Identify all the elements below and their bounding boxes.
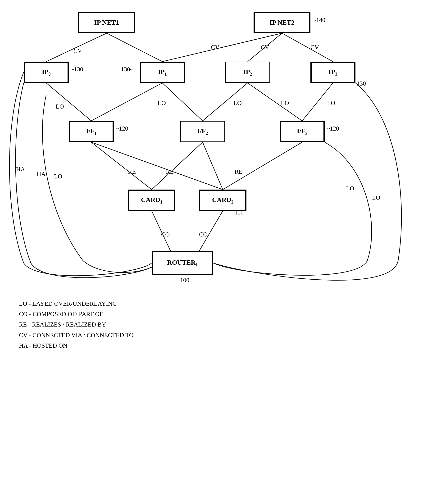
lo-label-ip0: LO	[56, 103, 64, 110]
co-label-2: CO	[199, 231, 208, 238]
svg-line-1	[107, 33, 162, 62]
svg-line-7	[162, 83, 203, 121]
cv-label-1: CV	[73, 47, 82, 54]
svg-line-4	[282, 33, 333, 62]
lo-label-ip1: LO	[157, 100, 166, 107]
if1-label: I/F1	[86, 127, 97, 136]
legend-ha: HA - HOSTED ON	[19, 341, 133, 351]
lo-label-ip3b: LO	[327, 100, 335, 107]
lo-label-ip2: LO	[233, 100, 242, 107]
ip0-ref: ~130	[71, 66, 83, 73]
re-label-2: RE	[166, 168, 174, 175]
card1-node: CARD1	[128, 190, 175, 211]
if3-label: I/F3	[297, 127, 308, 136]
ip0-node: IP0	[24, 62, 69, 83]
if3-node: I/F3	[280, 121, 325, 142]
co-label-1: CO	[161, 231, 170, 238]
cv-label-4: CV	[310, 44, 319, 51]
legend-cv: CV - CONNECTED VIA / CONNECTED TO	[19, 330, 133, 341]
ipnet1-label: IP NET1	[94, 19, 119, 26]
card2-node: CARD2	[199, 190, 247, 211]
ip3-ref: 130	[357, 80, 366, 87]
lo-arc-right1: LO	[346, 185, 354, 192]
legend-re: RE - REALIZES / REALIZED BY	[19, 319, 133, 330]
ip1-node: IP1	[140, 62, 185, 83]
card2-label: CARD2	[212, 196, 233, 205]
re-label-3: RE	[235, 168, 242, 175]
ip1-label: IP1	[158, 68, 167, 77]
ipnet2-ref: ~140	[313, 17, 325, 24]
ip0-label: IP0	[42, 68, 51, 77]
router1-label: ROUTER1	[167, 259, 198, 268]
ip3-label: IP3	[329, 68, 338, 77]
ipnet1-node: IP NET1	[78, 12, 135, 33]
router1-node: ROUTER1	[152, 251, 213, 275]
svg-line-15	[223, 142, 302, 190]
re-label-1: RE	[128, 168, 136, 175]
card1-label: CARD1	[141, 196, 162, 205]
svg-line-9	[248, 83, 302, 121]
cv-label-3: CV	[261, 44, 269, 51]
ha-label-1: HA	[16, 166, 25, 173]
if3-ref: ~120	[326, 125, 339, 132]
ha-label-2: HA	[37, 171, 46, 178]
if1-ref: ~120	[116, 125, 128, 132]
ip3-node: IP3	[310, 62, 356, 83]
ip2-label: IP2	[243, 68, 252, 77]
diagram: IP NET1 IP NET2 ~140 IP0 ~130 IP1 130~ I…	[0, 0, 423, 504]
lo-arc-right2: LO	[372, 194, 380, 201]
svg-line-12	[91, 142, 223, 190]
if2-node: I/F2	[180, 121, 225, 142]
ip2-node: IP2	[225, 62, 270, 83]
lo-arc-left: LO	[54, 173, 62, 180]
legend-co: CO - COMPOSED OF/ PART OF	[19, 309, 133, 319]
cv-label-2: CV	[211, 44, 219, 51]
lo-label-ip3a: LO	[281, 100, 289, 107]
ipnet2-label: IP NET2	[269, 19, 294, 26]
if1-node: I/F1	[69, 121, 114, 142]
legend-lo: LO - LAYED OVER/UNDERLAYING	[19, 299, 133, 309]
svg-line-14	[203, 142, 223, 190]
if2-label: I/F2	[197, 127, 208, 136]
svg-line-11	[91, 142, 152, 190]
router1-ref: 100	[180, 277, 189, 284]
ipnet2-node: IP NET2	[254, 12, 310, 33]
svg-line-5	[46, 83, 91, 121]
card2-ref: 110	[235, 209, 244, 216]
svg-line-13	[152, 142, 203, 190]
svg-line-6	[91, 83, 162, 121]
legend: LO - LAYED OVER/UNDERLAYING CO - COMPOSE…	[19, 299, 133, 351]
ip1-ref: 130~	[121, 66, 133, 73]
